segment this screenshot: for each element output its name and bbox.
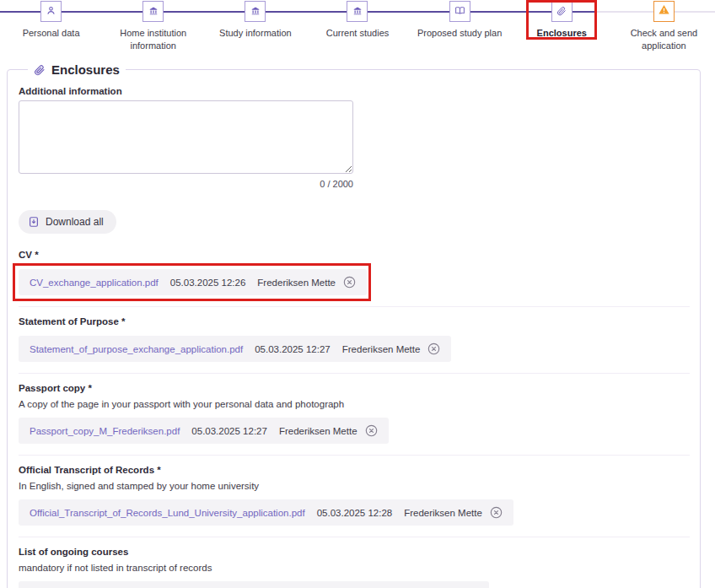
additional-information-label: Additional information	[19, 86, 690, 96]
uploaded-file-chip: List_of_ongoing_courses_Lund_University_…	[19, 581, 489, 588]
enclosure-item-cv: CV * CV_exchange_application.pdf 05.03.2…	[19, 245, 690, 307]
stepper-step-label: Home institution information	[106, 27, 201, 52]
character-counter: 0 / 2000	[19, 179, 353, 189]
download-all-button[interactable]: Download all	[19, 210, 116, 234]
institution-icon	[148, 4, 159, 19]
paperclip-icon	[556, 4, 567, 19]
enclosure-item-label: Official Transcript of Records *	[19, 465, 690, 475]
enclosure-items: CV * CV_exchange_application.pdf 05.03.2…	[19, 245, 690, 588]
stepper-step-label: Personal data	[23, 27, 80, 40]
enclosure-item-description: A copy of the page in your passport with…	[19, 399, 690, 409]
uploaded-file-chip: CV_exchange_application.pdf 05.03.2025 1…	[19, 269, 367, 295]
enclosure-item-passport-copy: Passport copy * A copy of the page in yo…	[19, 374, 690, 456]
file-upload-datetime: 05.03.2025 12:28	[317, 508, 393, 518]
file-link[interactable]: Official_Transcript_of_Records_Lund_Univ…	[30, 508, 305, 518]
download-all-label: Download all	[46, 216, 104, 228]
file-upload-datetime: 05.03.2025 12:26	[170, 278, 246, 288]
enclosure-item-label: Passport copy *	[19, 383, 690, 393]
stepper-step-proposed-study-plan[interactable]: Proposed study plan	[409, 1, 511, 52]
enclosure-item-official-transcript-of-records: Official Transcript of Records * In Engl…	[19, 456, 690, 537]
person-icon	[46, 4, 56, 19]
uploaded-file-chip: Passport_copy_M_Frederiksen.pdf 05.03.20…	[19, 418, 389, 444]
paperclip-icon	[34, 64, 46, 76]
enclosure-item-description: In English, signed and stamped by your h…	[19, 481, 690, 491]
stepper-step-label: Current studies	[326, 27, 390, 40]
file-link[interactable]: Passport_copy_M_Frederiksen.pdf	[30, 426, 180, 436]
file-link[interactable]: Statement_of_purpose_exchange_applicatio…	[30, 344, 243, 354]
file-upload-datetime: 05.03.2025 12:27	[191, 426, 267, 436]
remove-file-icon	[427, 343, 440, 355]
stepper-step-label: Check and send application	[616, 27, 711, 52]
enclosures-section-title: Enclosures	[28, 62, 126, 77]
stepper-step-home-institution-information[interactable]: Home institution information	[102, 1, 204, 52]
remove-file-button[interactable]	[343, 276, 356, 289]
book-icon	[454, 4, 465, 19]
remove-file-icon	[490, 506, 503, 519]
file-uploader: Frederiksen Mette	[342, 344, 421, 354]
remove-file-button[interactable]	[490, 506, 503, 519]
stepper-step-personal-data[interactable]: Personal data	[0, 1, 102, 52]
file-link[interactable]: CV_exchange_application.pdf	[30, 278, 159, 288]
section-legend-text: Enclosures	[51, 62, 120, 77]
remove-file-icon	[365, 424, 378, 437]
stepper-step-study-information[interactable]: Study information	[204, 1, 306, 52]
institution-icon	[250, 4, 261, 19]
enclosures-section: Enclosures Additional information 0 / 20…	[7, 62, 701, 588]
stepper-steps: Personal data Home institution informati…	[0, 1, 715, 52]
file-uploader: Frederiksen Mette	[404, 508, 482, 518]
institution-icon	[352, 4, 363, 19]
enclosure-item-label: List of ongoing courses	[19, 547, 690, 557]
stepper-step-enclosures[interactable]: Enclosures	[511, 1, 613, 52]
enclosure-item-list-of-ongoing-courses: List of ongoing courses mandatory if not…	[19, 537, 690, 588]
enclosure-item-label: Statement of Purpose *	[19, 316, 690, 326]
stepper-step-label: Enclosures	[537, 27, 587, 40]
enclosure-item-description: mandatory if not listed in transcript of…	[19, 563, 690, 573]
additional-information-input[interactable]	[19, 100, 353, 174]
application-stepper: Personal data Home institution informati…	[0, 0, 715, 49]
warning-icon	[658, 3, 670, 19]
stepper-step-check-and-send-application[interactable]: Check and send application	[613, 1, 715, 52]
remove-file-icon	[343, 276, 356, 289]
stepper-step-current-studies[interactable]: Current studies	[306, 1, 408, 52]
uploaded-file-chip: Statement_of_purpose_exchange_applicatio…	[19, 336, 451, 362]
enclosure-item-label: CV *	[19, 250, 690, 260]
remove-file-button[interactable]	[427, 343, 440, 355]
remove-file-button[interactable]	[365, 424, 378, 437]
stepper-step-label: Study information	[219, 27, 292, 40]
enclosure-item-statement-of-purpose: Statement of Purpose * Statement_of_purp…	[19, 307, 690, 374]
uploaded-file-chip: Official_Transcript_of_Records_Lund_Univ…	[19, 499, 513, 526]
file-uploader: Frederiksen Mette	[279, 426, 358, 436]
stepper-step-label: Proposed study plan	[417, 27, 502, 40]
file-upload-datetime: 05.03.2025 12:27	[255, 344, 331, 354]
file-uploader: Frederiksen Mette	[257, 278, 336, 288]
download-file-icon	[28, 216, 40, 228]
